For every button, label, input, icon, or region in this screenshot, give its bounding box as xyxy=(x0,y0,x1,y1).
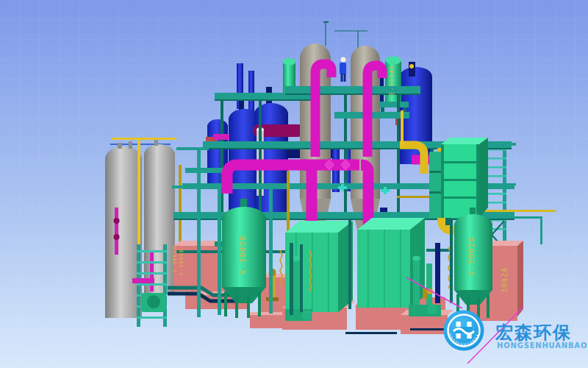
tank-yellow-header xyxy=(112,138,176,140)
tag-e3004a: E-3004A xyxy=(389,66,395,96)
tag-v3002a: V-3002A xyxy=(467,236,476,275)
platform-band xyxy=(285,86,420,93)
tank-left-shell xyxy=(105,158,142,318)
tag-foundation-3002a: -3002A xyxy=(501,267,509,298)
company-name-zh: 宏森环保 xyxy=(495,322,572,343)
tag-v3001b: V-3001B xyxy=(179,249,184,276)
tag-v3002b: V-3002B xyxy=(238,235,248,274)
magenta-riser-left xyxy=(115,208,118,255)
plant-3d-render: V-3001A V-3001B V-3002B E-3004A V-3002A … xyxy=(0,0,588,368)
tag-v3001a: V-3001A xyxy=(172,246,178,273)
company-name-en: HONGSENHUANBAO xyxy=(497,342,587,350)
scene-canvas: V-3001A V-3001B V-3002B E-3004A V-3002A … xyxy=(0,0,588,368)
plinth-pumps xyxy=(401,315,448,334)
